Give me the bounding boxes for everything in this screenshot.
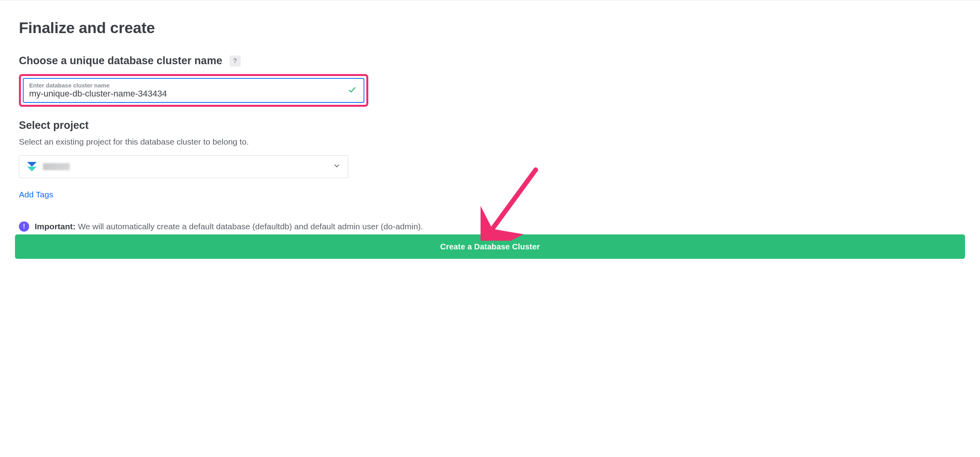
info-icon: ! (19, 221, 29, 232)
project-logo-icon (26, 161, 37, 172)
project-selected-name (43, 163, 70, 170)
important-prefix: Important: (35, 222, 76, 231)
cluster-name-heading: Choose a unique database cluster name (19, 55, 222, 67)
important-notice: ! Important: We will automatically creat… (19, 221, 961, 232)
create-cluster-button[interactable]: Create a Database Cluster (15, 234, 965, 259)
svg-marker-1 (27, 167, 37, 171)
project-section: Select project Select an existing projec… (19, 119, 961, 232)
cluster-name-input[interactable] (29, 89, 344, 99)
add-tags-link[interactable]: Add Tags (19, 190, 53, 199)
checkmark-icon (348, 85, 356, 96)
cluster-name-field[interactable]: Enter database cluster name (23, 78, 364, 103)
project-description: Select an existing project for this data… (19, 137, 961, 147)
cluster-name-label: Enter database cluster name (29, 82, 344, 89)
important-body: We will automatically create a default d… (76, 222, 423, 231)
svg-marker-0 (27, 162, 37, 167)
project-select[interactable] (19, 155, 348, 178)
important-text: Important: We will automatically create … (35, 222, 423, 231)
chevron-down-icon (333, 162, 341, 171)
cluster-name-highlight: Enter database cluster name (19, 74, 368, 107)
project-heading: Select project (19, 119, 89, 132)
cluster-name-section: Choose a unique database cluster name ? … (19, 55, 961, 107)
help-icon[interactable]: ? (230, 56, 241, 67)
page-title: Finalize and create (19, 19, 961, 37)
